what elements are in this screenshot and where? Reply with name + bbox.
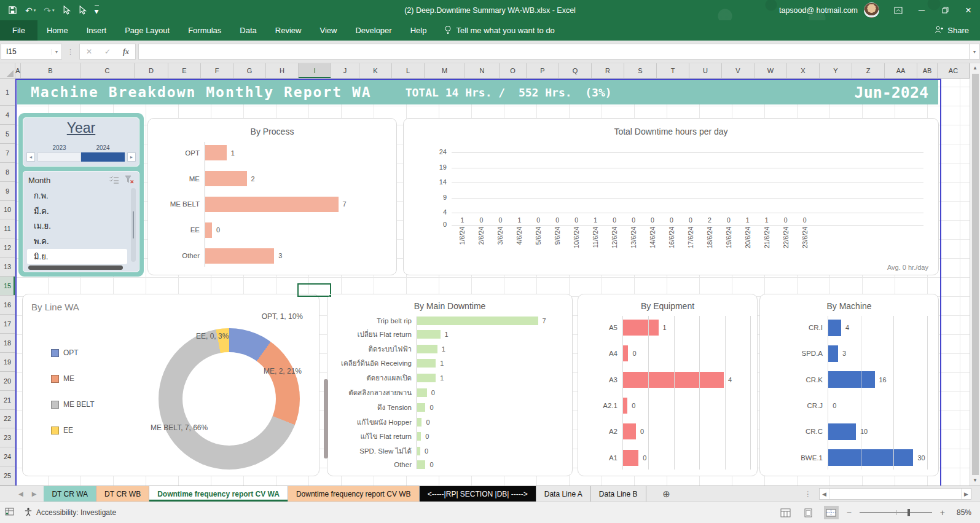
row-header-19[interactable]: 19 xyxy=(0,353,15,372)
row-header-22[interactable]: 22 xyxy=(0,410,15,429)
month-slicer[interactable]: Month ก.พ.มี.ค.เม.ย.พ.ค.มิ.ย. xyxy=(23,171,139,272)
cursor-icon[interactable] xyxy=(63,6,71,15)
sheet-tab-downtime-frequency-report-cv-wa[interactable]: Downtime frequency report CV WA xyxy=(149,486,288,501)
normal-view-icon[interactable] xyxy=(778,506,793,519)
accessibility-status[interactable]: Accessibility: Investigate xyxy=(24,508,116,518)
chart-by-line-wa[interactable]: By Line WAOPTMEME BELTEEOPT, 1, 10%ME, 2… xyxy=(22,294,319,476)
sheet-tab-data-line-b[interactable]: Data Line B xyxy=(591,486,646,501)
column-header-z[interactable]: Z xyxy=(852,63,885,78)
month-item-มี-ค[interactable]: มี.ค. xyxy=(27,203,127,219)
chart-equipment[interactable]: By EquipmentA51A40A34A2.10A20A10 xyxy=(578,294,758,476)
ribbon-tab-formulas[interactable]: Formulas xyxy=(179,20,230,41)
column-header-c[interactable]: C xyxy=(80,63,135,78)
account-name[interactable]: tapsood@ hotmail.com xyxy=(779,6,858,15)
column-header-q[interactable]: Q xyxy=(559,63,592,78)
chart-daily-downtime[interactable]: Total Downtime hours per day241914940100… xyxy=(403,118,939,275)
clear-filter-icon[interactable] xyxy=(125,175,134,186)
row-header-18[interactable]: 18 xyxy=(0,334,15,353)
month-scrollbar[interactable] xyxy=(131,188,136,262)
column-header-ac[interactable]: AC xyxy=(938,63,970,78)
column-header-n[interactable]: N xyxy=(465,63,500,78)
column-header-i[interactable]: I xyxy=(299,63,331,78)
ribbon-tab-file[interactable]: File xyxy=(0,20,37,41)
share-button[interactable]: Share xyxy=(935,20,969,41)
month-item-พ-ค[interactable]: พ.ค. xyxy=(27,234,127,249)
name-box-dropdown-icon[interactable]: ▾ xyxy=(51,49,61,55)
column-header-l[interactable]: L xyxy=(392,63,425,78)
ribbon-tab-developer[interactable]: Developer xyxy=(346,20,401,41)
minimize-button[interactable]: ─ xyxy=(910,0,933,20)
sheet-tab-dt-cr-wa[interactable]: DT CR WA xyxy=(44,486,96,501)
vertical-scroll-thumb[interactable] xyxy=(972,74,979,475)
page-layout-view-icon[interactable] xyxy=(801,506,816,519)
cursor-icon[interactable] xyxy=(79,6,87,15)
row-header-25[interactable]: 25 xyxy=(0,466,15,486)
month-item-ก-พ[interactable]: ก.พ. xyxy=(27,188,127,203)
zoom-slider[interactable] xyxy=(860,512,932,513)
sheet-nav-left-icon[interactable]: ◀ xyxy=(18,490,23,497)
column-header-y[interactable]: Y xyxy=(820,63,852,78)
sheet-tab-data-line-a[interactable]: Data Line A xyxy=(536,486,591,501)
formula-input[interactable] xyxy=(138,44,969,60)
chart-by-process[interactable]: By ProcessOPT1ME2ME BELT7EE0Other3 xyxy=(147,118,397,275)
column-header-x[interactable]: X xyxy=(787,63,820,78)
horizontal-scroll-thumb[interactable] xyxy=(829,489,962,499)
column-header-r[interactable]: R xyxy=(592,63,624,78)
ribbon-tab-home[interactable]: Home xyxy=(37,20,77,41)
active-cell-i15[interactable] xyxy=(297,283,331,297)
column-header-aa[interactable]: AA xyxy=(885,63,917,78)
scroll-handle-bar[interactable] xyxy=(324,379,328,458)
column-header-s[interactable]: S xyxy=(624,63,657,78)
column-header-v[interactable]: V xyxy=(722,63,755,78)
column-header-j[interactable]: J xyxy=(331,63,359,78)
row-header-9[interactable]: 9 xyxy=(0,182,15,201)
year-scroll-left-icon[interactable]: ◄ xyxy=(26,152,35,162)
row-header-13[interactable]: 13 xyxy=(0,258,15,277)
year-option-2024[interactable] xyxy=(81,152,125,162)
column-header-u[interactable]: U xyxy=(689,63,722,78)
restore-button[interactable] xyxy=(933,0,957,20)
row-header-11[interactable]: 11 xyxy=(0,219,15,238)
column-header-o[interactable]: O xyxy=(500,63,527,78)
sheet-nav-right-icon[interactable]: ▶ xyxy=(32,490,37,497)
enter-formula-icon[interactable]: ✓ xyxy=(98,44,117,59)
name-box[interactable]: I15 ▾ xyxy=(1,44,62,60)
multi-select-icon[interactable] xyxy=(109,176,119,186)
column-header-g[interactable]: G xyxy=(233,63,266,78)
column-header-f[interactable]: F xyxy=(201,63,233,78)
ribbon-tab-page-layout[interactable]: Page Layout xyxy=(116,20,179,41)
sheet-tab-downtime-frequency-report-cv-wb[interactable]: Downtime frequency report CV WB xyxy=(288,486,420,501)
scroll-right-icon[interactable]: ▶ xyxy=(962,491,971,497)
ribbon-display-options-icon[interactable] xyxy=(887,0,910,20)
month-hscroll-thumb[interactable] xyxy=(28,265,123,270)
column-header-b[interactable]: B xyxy=(21,63,80,78)
chart-machine[interactable]: By MachineCR.I4SPD.A3CR.K16CR.J0CR.C10BW… xyxy=(759,294,939,476)
sheet-tab-dt-cr-wb[interactable]: DT CR WB xyxy=(96,486,149,501)
row-header-23[interactable]: 23 xyxy=(0,428,15,447)
scroll-up-icon[interactable]: ▲ xyxy=(973,63,978,73)
row-header-5[interactable]: 5 xyxy=(0,125,15,144)
column-header-m[interactable]: M xyxy=(425,63,465,78)
sheet-content[interactable]: Machine Breakdown Monthly Report WA TOTA… xyxy=(15,79,970,486)
column-header-ab[interactable]: AB xyxy=(917,63,938,78)
cell-mode-icon[interactable] xyxy=(5,508,14,517)
redo-icon[interactable]: ↷▾ xyxy=(44,6,54,15)
zoom-out-icon[interactable]: − xyxy=(847,508,852,517)
column-header-w[interactable]: W xyxy=(755,63,787,78)
column-header-k[interactable]: K xyxy=(359,63,392,78)
column-header-a[interactable]: A xyxy=(15,63,21,78)
row-header-7[interactable]: 7 xyxy=(0,144,15,163)
row-header-20[interactable]: 20 xyxy=(0,372,15,391)
customize-qat-icon[interactable]: ▾ xyxy=(95,6,99,15)
ribbon-tab-data[interactable]: Data xyxy=(230,20,265,41)
undo-icon[interactable]: ↶▾ xyxy=(25,6,36,15)
row-header-24[interactable]: 24 xyxy=(0,447,15,466)
row-header-12[interactable]: 12 xyxy=(0,238,15,258)
year-slicer[interactable]: Year ◄ 20232024 ► xyxy=(23,117,139,167)
row-header-4[interactable]: 4 xyxy=(0,106,15,125)
column-header-t[interactable]: T xyxy=(657,63,689,78)
scroll-left-icon[interactable]: ◀ xyxy=(820,491,829,497)
column-header-p[interactable]: P xyxy=(527,63,559,78)
ribbon-tab-view[interactable]: View xyxy=(310,20,346,41)
scroll-down-icon[interactable]: ▼ xyxy=(973,476,978,486)
